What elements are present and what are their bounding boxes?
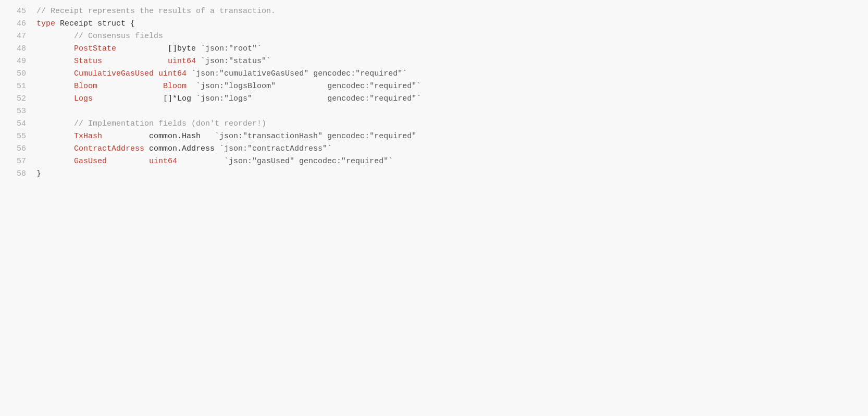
code-token: []*Log (163, 94, 191, 103)
code-token (36, 57, 74, 66)
line-number-49: 49 (10, 55, 26, 68)
code-token: // Consensus fields (36, 32, 163, 41)
code-token: Logs (74, 94, 93, 103)
code-token (154, 69, 158, 78)
line-number-48: 48 (10, 43, 26, 55)
code-token: // Implementation fields (don't reorder!… (36, 119, 266, 128)
code-token: []byte (116, 44, 201, 53)
code-line-53 (36, 105, 868, 118)
code-token (36, 94, 74, 103)
code-line-46: type Receipt struct { (36, 18, 868, 30)
code-line-58: } (36, 168, 868, 180)
code-line-48: PostState []byte `json:"root"` (36, 43, 868, 55)
line-number-54: 54 (10, 118, 26, 130)
code-token (93, 94, 163, 103)
code-token (177, 157, 224, 166)
code-token: `json:"status"` (201, 57, 271, 66)
code-viewer: 4546474849505152535455565758 // Receipt … (0, 0, 868, 416)
code-token: // Receipt represents the results of a t… (36, 7, 276, 16)
code-token (196, 57, 201, 66)
line-number-47: 47 (10, 30, 26, 43)
code-token: uint64 (168, 57, 196, 66)
code-token (36, 132, 74, 141)
code-token: struct { (93, 19, 135, 28)
line-number-45: 45 (10, 5, 26, 18)
code-line-51: Bloom Bloom `json:"logsBloom" gencodec:"… (36, 80, 868, 93)
code-token: common.Hash (102, 132, 215, 141)
line-number-52: 52 (10, 93, 26, 105)
code-line-52: Logs []*Log `json:"logs" gencodec:"requi… (36, 93, 868, 105)
line-number-58: 58 (10, 168, 26, 180)
code-line-45: // Receipt represents the results of a t… (36, 5, 868, 18)
line-number-56: 56 (10, 143, 26, 155)
code-token (107, 157, 149, 166)
code-token: CumulativeGasUsed (74, 69, 154, 78)
code-token: `json:"transactionHash" gencodec:"requir… (215, 132, 416, 141)
code-token: type (36, 19, 60, 28)
code-token: gencodec:"required"` (252, 94, 421, 103)
code-line-54: // Implementation fields (don't reorder!… (36, 118, 868, 130)
code-line-47: // Consensus fields (36, 30, 868, 43)
line-number-50: 50 (10, 68, 26, 80)
code-token: `json:"contractAddress"` (219, 144, 332, 153)
code-token: gencodec:"required"` (308, 69, 407, 78)
code-token: common.Address (144, 144, 219, 153)
code-token: `json:"gasUsed" gencodec:"required"` (224, 157, 393, 166)
code-token: `json:"cumulativeGasUsed" (191, 69, 308, 78)
code-token (36, 144, 74, 153)
code-token (102, 57, 168, 66)
code-line-49: Status uint64 `json:"status"` (36, 55, 868, 68)
code-token: uint64 (149, 157, 177, 166)
code-token (191, 94, 196, 103)
code-token: Bloom (163, 82, 187, 91)
code-token (187, 82, 196, 91)
code-line-50: CumulativeGasUsed uint64 `json:"cumulati… (36, 68, 868, 80)
code-token: } (36, 169, 41, 178)
code-token: Status (74, 57, 102, 66)
code-line-57: GasUsed uint64 `json:"gasUsed" gencodec:… (36, 155, 868, 168)
code-token: `json:"root"` (201, 44, 262, 53)
code-token: `json:"logs" (196, 94, 252, 103)
code-token (36, 44, 74, 53)
code-token (36, 82, 74, 91)
code-token: PostState (74, 44, 116, 53)
line-number-51: 51 (10, 80, 26, 93)
code-line-56: ContractAddress common.Address `json:"co… (36, 143, 868, 155)
code-token: Receipt (60, 19, 93, 28)
code-token (36, 69, 74, 78)
code-token: Bloom (74, 82, 97, 91)
code-token (36, 157, 74, 166)
line-number-55: 55 (10, 130, 26, 143)
code-token: ContractAddress (74, 144, 144, 153)
code-token: GasUsed (74, 157, 107, 166)
code-token: TxHash (74, 132, 102, 141)
code-token (187, 69, 191, 78)
line-number-gutter: 4546474849505152535455565758 (0, 5, 36, 411)
code-token: uint64 (158, 69, 187, 78)
line-number-53: 53 (10, 105, 26, 118)
line-number-46: 46 (10, 18, 26, 30)
line-number-57: 57 (10, 155, 26, 168)
code-token: `json:"logsBloom" (196, 82, 276, 91)
code-token: gencodec:"required"` (276, 82, 421, 91)
code-body: // Receipt represents the results of a t… (36, 5, 868, 411)
code-line-55: TxHash common.Hash `json:"transactionHas… (36, 130, 868, 143)
code-token (97, 82, 163, 91)
